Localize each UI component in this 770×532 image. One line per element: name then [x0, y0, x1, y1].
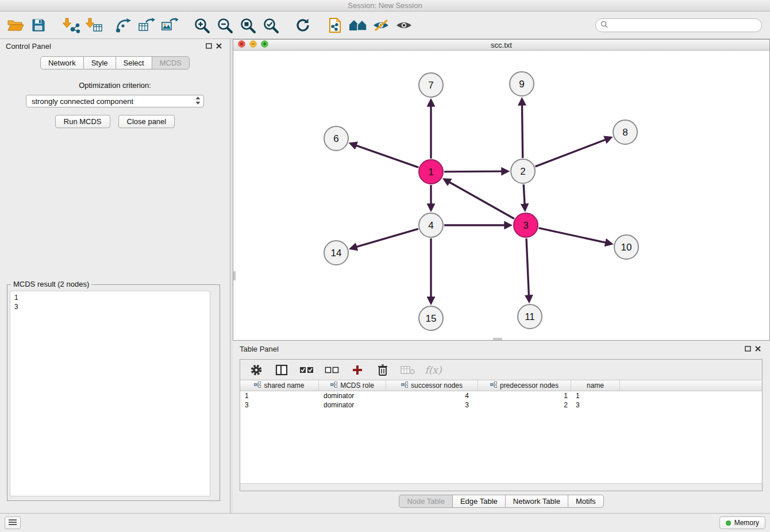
import-table-icon — [84, 17, 103, 33]
zoom-out-icon — [216, 17, 233, 34]
gear-icon — [250, 364, 263, 376]
column-header-name[interactable]: name — [571, 380, 620, 391]
graph-edge-2-9[interactable] — [522, 100, 522, 158]
graph-node-label-11: 11 — [525, 311, 535, 322]
apply-function-button[interactable]: f(x) — [425, 362, 441, 378]
zoom-out-button[interactable] — [215, 15, 234, 36]
table-cell: 4 — [386, 391, 478, 400]
mcds-result-list[interactable]: 1 3 — [10, 291, 210, 496]
graph-edge-4-14[interactable] — [352, 229, 418, 248]
close-table-panel-button[interactable] — [753, 344, 763, 353]
tab-motifs[interactable]: Motifs — [568, 495, 604, 508]
graph-node-label-15: 15 — [426, 313, 437, 324]
deselect-all-icon — [325, 365, 340, 375]
zoom-selected-button[interactable] — [261, 15, 280, 36]
window-title: Session: New Session — [0, 0, 770, 11]
criterion-value: strongly connected component — [32, 97, 195, 106]
memory-button[interactable]: Memory — [719, 516, 765, 529]
network-canvas[interactable]: 1234678910111415 — [233, 51, 769, 340]
table-cell: 3 — [571, 400, 620, 410]
task-history-button[interactable] — [5, 516, 21, 529]
save-session-button[interactable] — [29, 15, 48, 36]
tab-network-table[interactable]: Network Table — [505, 495, 568, 508]
export-image-icon — [161, 18, 178, 33]
add-row-button[interactable] — [349, 362, 365, 378]
export-image-button[interactable] — [160, 15, 179, 36]
criterion-dropdown[interactable]: strongly connected component — [26, 95, 204, 107]
table-row[interactable]: 1dominator411 — [240, 391, 762, 400]
column-header-shared-name[interactable]: shared name — [240, 380, 319, 391]
import-table-button[interactable] — [84, 15, 103, 36]
graph-edge-1-6[interactable] — [351, 144, 418, 167]
toggle-panel-button[interactable] — [274, 362, 290, 378]
graph-node-label-1: 1 — [428, 167, 433, 178]
close-panel-button[interactable] — [214, 41, 224, 51]
status-bar: Memory — [0, 513, 770, 532]
graph-edge-2-3[interactable] — [523, 184, 525, 209]
zoom-fit-button[interactable] — [238, 15, 257, 36]
export-table-icon — [138, 18, 155, 33]
column-settings-button[interactable] — [248, 362, 264, 378]
vertical-scrollbar[interactable] — [233, 271, 236, 280]
home-overview-button[interactable] — [348, 15, 368, 36]
table-row[interactable]: 3dominator323 — [240, 400, 762, 410]
tab-mcds[interactable]: MCDS — [152, 56, 190, 70]
tab-edge-table[interactable]: Edge Table — [452, 495, 506, 508]
graph-node-label-14: 14 — [331, 248, 342, 259]
select-all-button[interactable] — [299, 362, 315, 378]
tab-style[interactable]: Style — [83, 56, 116, 70]
zoom-selected-icon — [262, 17, 279, 34]
graph-edge-2-8[interactable] — [535, 138, 610, 167]
dropdown-stepper-icon — [195, 96, 201, 107]
search-icon — [600, 20, 608, 30]
delete-column-button[interactable] — [400, 362, 416, 378]
column-header-predecessor-nodes[interactable]: predecessor nodes — [478, 380, 571, 391]
show-all-button[interactable] — [394, 15, 414, 36]
delete-row-button[interactable] — [375, 362, 391, 378]
select-all-icon — [299, 365, 314, 375]
new-network-button[interactable] — [114, 15, 133, 36]
trash-icon — [377, 364, 388, 376]
export-table-button[interactable] — [137, 15, 156, 36]
graph-node-label-9: 9 — [519, 79, 524, 90]
run-mcds-button[interactable]: Run MCDS — [55, 115, 110, 128]
deselect-all-button[interactable] — [324, 362, 340, 378]
table-horizontal-scrollbar[interactable] — [240, 483, 762, 491]
zoom-in-button[interactable] — [192, 15, 211, 36]
table-cell: dominator — [319, 391, 386, 400]
eye-icon — [395, 18, 413, 32]
graph-edge-3-1[interactable] — [445, 180, 514, 219]
float-table-panel-button[interactable] — [742, 344, 753, 353]
columns-icon — [275, 364, 288, 376]
graph-edge-3-10[interactable] — [538, 228, 610, 244]
close-panel-action-button[interactable]: Close panel — [118, 115, 175, 128]
zoom-in-icon — [193, 17, 210, 34]
open-file-button[interactable] — [6, 15, 25, 36]
search-field[interactable] — [595, 18, 762, 32]
graph-node-label-2: 2 — [520, 166, 525, 177]
graph-node-label-4: 4 — [428, 220, 433, 231]
close-icon — [216, 41, 222, 51]
zoom-fit-icon — [239, 17, 256, 34]
network-window-titlebar[interactable]: scc.txt — [233, 40, 769, 51]
network-window-title: scc.txt — [233, 40, 769, 51]
tab-network[interactable]: Network — [40, 56, 84, 70]
mcds-result-title: MCDS result (2 nodes) — [11, 280, 91, 288]
table-panel: Table Panel f(x) shared name MCDS role s… — [233, 341, 770, 513]
column-header-successor-nodes[interactable]: successor nodes — [386, 380, 478, 391]
graph-edge-3-11[interactable] — [526, 238, 529, 300]
column-header-mcds-role[interactable]: MCDS role — [319, 380, 386, 391]
tab-select[interactable]: Select — [116, 56, 152, 70]
import-network-button[interactable] — [61, 15, 80, 36]
table-cell: 1 — [478, 391, 571, 400]
search-input[interactable] — [611, 21, 757, 29]
duplicate-network-button[interactable] — [325, 15, 345, 36]
network-graph: 1234678910111415 — [233, 51, 769, 340]
float-panel-button[interactable] — [203, 41, 214, 51]
tab-node-table[interactable]: Node Table — [399, 495, 453, 508]
graph-edge-1-2[interactable] — [444, 171, 507, 172]
graph-node-label-10: 10 — [621, 242, 632, 253]
refresh-view-button[interactable] — [293, 15, 313, 36]
hide-selected-button[interactable] — [371, 15, 391, 36]
horizontal-scrollbar[interactable] — [493, 338, 502, 340]
